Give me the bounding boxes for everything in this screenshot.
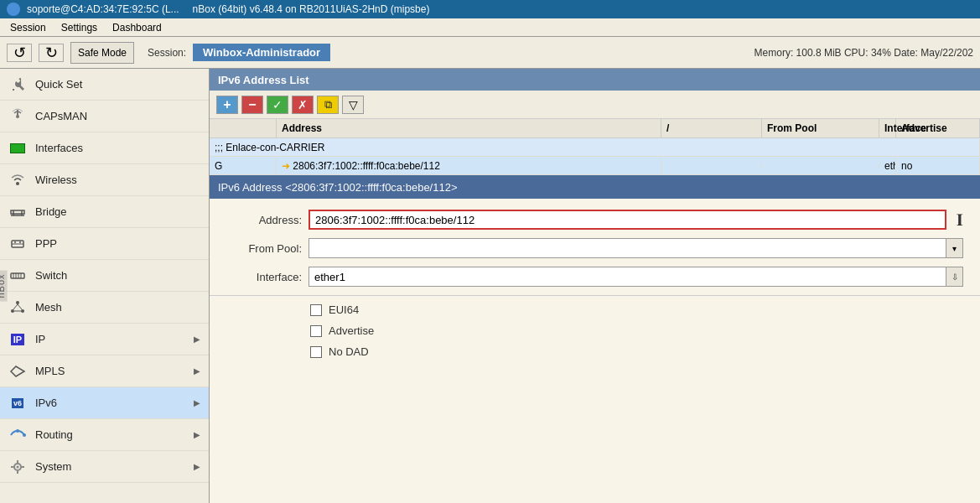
menu-bar: Session Settings Dashboard: [0, 18, 980, 37]
menu-session[interactable]: Session: [3, 20, 53, 35]
sidebar-item-mesh[interactable]: Mesh: [0, 292, 209, 324]
sidebar-item-wireless[interactable]: Wireless: [0, 164, 209, 196]
wireless-icon: [8, 171, 27, 189]
wrench-icon: [8, 75, 27, 94]
sidebar-item-system[interactable]: System ▶: [0, 451, 209, 483]
svg-point-17: [11, 309, 14, 313]
cursor-icon: 𝐈: [957, 210, 963, 230]
sidebar-label-interfaces: Interfaces: [35, 142, 83, 154]
cell-flag: G: [210, 158, 277, 174]
table-row[interactable]: G ➜ 2806:3f7:1002::ffff:f0ca:bebe/112 et…: [210, 157, 980, 175]
svg-point-9: [14, 241, 16, 243]
sidebar-item-ppp[interactable]: PPP: [0, 228, 209, 260]
form-area: Address: 𝐈 From Pool: ▾ Interface: ⇩: [210, 199, 980, 503]
frompool-input[interactable]: [309, 238, 946, 258]
form-row-frompool: From Pool: ▾: [210, 234, 980, 262]
remove-button[interactable]: −: [241, 96, 263, 114]
sidebar-label-routing: Routing: [35, 428, 73, 441]
form-row-interface: Interface: ⇩: [210, 262, 980, 291]
nodad-label: No DAD: [329, 345, 369, 358]
ppp-icon: [8, 235, 27, 253]
interface-label: Interface:: [226, 271, 302, 283]
advertise-checkbox[interactable]: [310, 325, 322, 337]
routing-arrow: ▶: [194, 430, 200, 439]
sidebar-label-capsman: CAPsMAN: [35, 110, 87, 122]
svg-point-10: [19, 241, 21, 243]
form-row-address: Address: 𝐈: [210, 205, 980, 234]
sidebar-item-capsman[interactable]: CAPsMAN: [0, 101, 209, 132]
address-input[interactable]: [309, 210, 946, 230]
svg-point-16: [16, 301, 19, 304]
sidebar-item-mpls[interactable]: MPLS ▶: [0, 355, 209, 387]
bridge-icon: [8, 203, 27, 221]
col-address: Address: [277, 119, 661, 137]
safe-mode-button[interactable]: Safe Mode: [70, 42, 134, 64]
nodad-checkbox[interactable]: [310, 346, 322, 358]
nbox-label: nBox: [0, 270, 8, 301]
sidebar-item-ipv6[interactable]: v6 IPv6 ▶: [0, 387, 209, 419]
sidebar-label-ipv6: IPv6: [35, 397, 57, 409]
col-advertise: Advertise: [896, 119, 980, 137]
mpls-arrow: ▶: [194, 366, 200, 376]
frompool-label: From Pool:: [226, 242, 302, 255]
yellow-arrow-icon: ➜: [282, 160, 293, 172]
form-row-advertise: Advertise: [210, 320, 980, 341]
sidebar-item-interfaces[interactable]: Interfaces: [0, 132, 209, 164]
table-header: Address / From Pool Interface Advertise: [210, 119, 980, 138]
svg-line-19: [13, 304, 18, 309]
interface-input[interactable]: [309, 267, 946, 287]
sidebar-label-mpls: MPLS: [35, 365, 65, 377]
sidebar-item-switch[interactable]: Switch: [0, 260, 209, 292]
frompool-dropdown-btn[interactable]: ▾: [946, 238, 963, 258]
system-icon: [8, 458, 27, 476]
sidebar-label-ip: IP: [35, 333, 45, 345]
routing-icon: [8, 426, 27, 444]
group-label: ;;; Enlace-con-CARRIER: [210, 139, 980, 156]
sidebar-label-quick-set: Quick Set: [35, 78, 82, 91]
sidebar-label-system: System: [35, 460, 71, 473]
form-row-nodad: No DAD: [210, 341, 980, 362]
mpls-icon: [8, 362, 27, 381]
sidebar-item-routing[interactable]: Routing ▶: [0, 419, 209, 451]
sidebar-label-wireless: Wireless: [35, 174, 77, 186]
ipv6-icon: v6: [8, 394, 27, 412]
copy-button[interactable]: ⧉: [317, 96, 339, 114]
col-interface: Interface: [879, 119, 896, 137]
menu-settings[interactable]: Settings: [54, 20, 104, 35]
filter-button[interactable]: ▽: [342, 96, 364, 114]
frompool-field: ▾: [309, 238, 963, 258]
sidebar-item-ip[interactable]: IP IP ▶: [0, 324, 209, 355]
table-row-group[interactable]: ;;; Enlace-con-CARRIER: [210, 138, 980, 157]
sidebar-item-bridge[interactable]: Bridge: [0, 196, 209, 228]
svg-line-20: [18, 304, 22, 309]
interfaces-icon: [8, 139, 27, 158]
address-label: Address:: [226, 214, 302, 226]
svg-point-25: [17, 465, 19, 468]
col-frompool: From Pool: [762, 119, 879, 137]
svg-point-18: [21, 309, 24, 313]
col-sep1: /: [661, 119, 762, 137]
svg-rect-0: [13, 89, 14, 91]
undo-button[interactable]: ↺: [7, 44, 32, 62]
toolbar: ↺ ↻ Safe Mode Session: Winbox-Administra…: [0, 37, 980, 69]
detail-panel-title: IPv6 Address <2806:3f7:1002::ffff:f0ca:b…: [210, 175, 980, 199]
form-row-eui64: EUI64: [210, 299, 980, 320]
antenna-icon: [8, 107, 27, 126]
title-bar: soporte@C4:AD:34:7E:92:5C (L... nBox (64…: [0, 0, 980, 18]
app-icon: [7, 3, 20, 16]
svg-point-22: [16, 429, 19, 433]
content-area: IPv6 Address List + − ✓ ✗ ⧉ ▽ Address / …: [210, 69, 980, 503]
col-flag: [210, 119, 277, 137]
interface-dropdown-btn[interactable]: ⇩: [946, 267, 963, 287]
cancel-button[interactable]: ✗: [292, 96, 314, 114]
redo-button[interactable]: ↻: [39, 44, 64, 62]
confirm-button[interactable]: ✓: [267, 96, 288, 114]
sidebar-label-mesh: Mesh: [35, 301, 62, 314]
ip-icon: IP: [8, 330, 27, 349]
cell-advertise: no: [896, 158, 980, 174]
menu-dashboard[interactable]: Dashboard: [106, 20, 169, 35]
title-text: soporte@C4:AD:34:7E:92:5C (L...: [27, 3, 179, 15]
eui64-checkbox[interactable]: [310, 304, 322, 316]
sidebar-item-quick-set[interactable]: Quick Set: [0, 69, 209, 101]
add-button[interactable]: +: [216, 96, 238, 114]
